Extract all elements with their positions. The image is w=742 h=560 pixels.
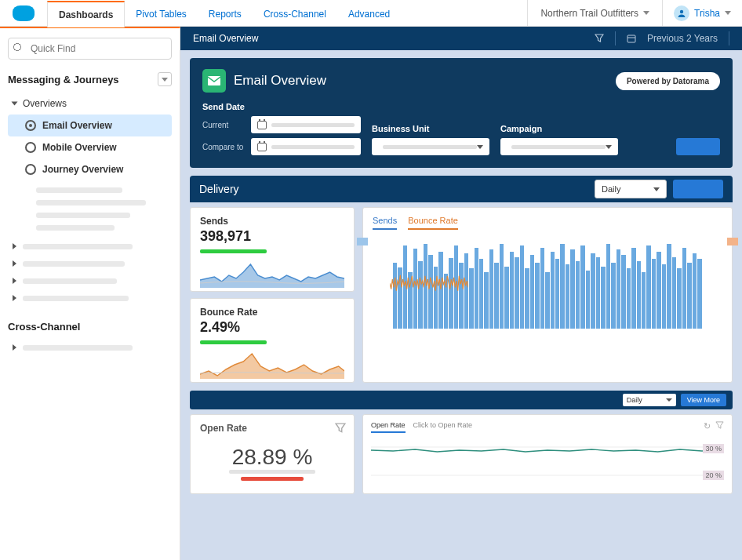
powered-by-badge: Powered by Datorama bbox=[616, 72, 720, 90]
bar bbox=[459, 263, 463, 329]
filter-icon[interactable] bbox=[335, 423, 346, 434]
sidebar-item-collapsed[interactable] bbox=[8, 339, 172, 356]
circle-icon bbox=[25, 164, 36, 175]
date-range-label[interactable]: Previous 2 Years bbox=[647, 33, 718, 44]
delivery-granularity-select[interactable]: Daily bbox=[595, 180, 667, 198]
calendar-icon bbox=[257, 143, 267, 151]
delivery-chart-card: Sends Bounce Rate bbox=[362, 207, 733, 383]
open-rate-value: 28.89 % bbox=[200, 445, 344, 470]
page-title: Email Overview bbox=[234, 73, 326, 89]
sidebar-item-collapsed[interactable] bbox=[8, 272, 172, 289]
email-icon bbox=[202, 69, 226, 93]
trend-bar bbox=[241, 477, 304, 481]
bar bbox=[646, 245, 650, 329]
business-unit-select[interactable] bbox=[372, 138, 489, 155]
tab-advanced[interactable]: Advanced bbox=[337, 0, 401, 27]
sidebar-item-collapsed[interactable] bbox=[8, 289, 172, 307]
bounce-value: 2.49% bbox=[200, 319, 344, 336]
bar bbox=[551, 252, 555, 329]
bar bbox=[637, 261, 641, 329]
trend-tab-open-rate[interactable]: Open Rate bbox=[371, 421, 406, 433]
bounce-card: Bounce Rate 2.49% bbox=[190, 298, 355, 383]
bar bbox=[438, 252, 442, 329]
date-compare-input[interactable] bbox=[251, 138, 361, 155]
bar bbox=[535, 263, 539, 329]
svg-point-0 bbox=[680, 9, 683, 13]
chevron-right-icon bbox=[13, 260, 16, 267]
legend-swatch-sends bbox=[357, 238, 368, 245]
chart-tab-bounce[interactable]: Bounce Rate bbox=[408, 216, 458, 230]
bar bbox=[560, 244, 564, 329]
bar bbox=[484, 272, 488, 329]
bar bbox=[413, 249, 417, 329]
target-icon bbox=[25, 120, 36, 131]
calendar-icon bbox=[257, 121, 267, 129]
org-switcher[interactable]: Northern Trail Outfitters bbox=[527, 0, 662, 26]
bar bbox=[424, 244, 427, 329]
baseline-bar bbox=[229, 470, 315, 474]
refresh-icon[interactable]: ↻ bbox=[704, 421, 711, 431]
bar bbox=[667, 244, 671, 329]
sidebar-item-journey-overview[interactable]: Journey Overview bbox=[8, 158, 172, 180]
sidebar-item-mobile-overview[interactable]: Mobile Overview bbox=[8, 136, 172, 158]
open-rate-line-chart: 30 % 20 % bbox=[371, 438, 724, 482]
top-tabs: Dashboards Pivot Tables Reports Cross-Ch… bbox=[47, 0, 401, 27]
sidebar-item-overviews[interactable]: Overviews bbox=[8, 93, 172, 115]
trend-tab-click-to-open[interactable]: Click to Open Rate bbox=[413, 421, 473, 433]
bar bbox=[489, 249, 493, 329]
campaign-select[interactable] bbox=[500, 138, 618, 155]
bar bbox=[434, 267, 438, 329]
bar bbox=[504, 267, 508, 329]
circle-icon bbox=[25, 142, 36, 153]
bar bbox=[601, 267, 605, 329]
filter-icon[interactable] bbox=[595, 34, 604, 43]
sidebar-item-email-overview[interactable]: Email Overview bbox=[8, 115, 172, 136]
legend-swatch-bounce bbox=[727, 238, 738, 245]
bar bbox=[657, 252, 660, 329]
chevron-down-icon bbox=[643, 11, 649, 15]
chevron-down-icon bbox=[653, 187, 660, 191]
tab-reports[interactable]: Reports bbox=[198, 0, 253, 27]
filter-sublabel-compare: Compare to bbox=[202, 143, 245, 151]
chevron-down-icon bbox=[162, 78, 168, 82]
bar bbox=[677, 268, 681, 329]
sidebar-item-collapsed[interactable] bbox=[8, 255, 172, 272]
chevron-right-icon bbox=[13, 344, 16, 351]
bar bbox=[682, 248, 686, 329]
bar bbox=[606, 244, 610, 329]
delivery-action-button[interactable] bbox=[673, 180, 723, 198]
bar bbox=[428, 255, 432, 329]
bar bbox=[545, 272, 549, 329]
filter-label-campaign: Campaign bbox=[500, 124, 618, 133]
bar bbox=[555, 259, 559, 329]
hero-panel: Email Overview Powered by Datorama Send … bbox=[190, 58, 733, 168]
section-toggle-button[interactable] bbox=[158, 72, 172, 86]
date-current-input[interactable] bbox=[251, 116, 361, 133]
tab-pivot-tables[interactable]: Pivot Tables bbox=[125, 0, 197, 27]
org-name: Northern Trail Outfitters bbox=[540, 8, 638, 19]
bar bbox=[631, 248, 635, 329]
bar bbox=[652, 259, 656, 329]
bar bbox=[617, 249, 620, 329]
bar bbox=[687, 263, 691, 329]
bar bbox=[662, 264, 666, 329]
tab-cross-channel[interactable]: Cross-Channel bbox=[253, 0, 337, 27]
bar bbox=[576, 261, 580, 329]
bar bbox=[693, 253, 697, 329]
bar bbox=[530, 255, 534, 329]
search-input[interactable] bbox=[8, 38, 172, 60]
sidebar-item-collapsed[interactable] bbox=[8, 238, 172, 255]
open-granularity-select[interactable]: Daily bbox=[623, 394, 676, 406]
user-menu[interactable]: Trisha bbox=[662, 0, 742, 26]
bar bbox=[591, 253, 595, 329]
bar bbox=[444, 274, 448, 329]
tab-dashboards[interactable]: Dashboards bbox=[47, 1, 125, 27]
sidebar: Messaging & Journeys Overviews Email Ove… bbox=[0, 27, 180, 560]
bar bbox=[520, 245, 524, 329]
sends-label: Sends bbox=[200, 216, 344, 227]
filter-icon[interactable] bbox=[715, 421, 724, 430]
bar bbox=[510, 252, 514, 329]
view-more-button[interactable]: View More bbox=[681, 394, 726, 406]
apply-button[interactable] bbox=[676, 138, 720, 155]
chart-tab-sends[interactable]: Sends bbox=[373, 216, 397, 230]
